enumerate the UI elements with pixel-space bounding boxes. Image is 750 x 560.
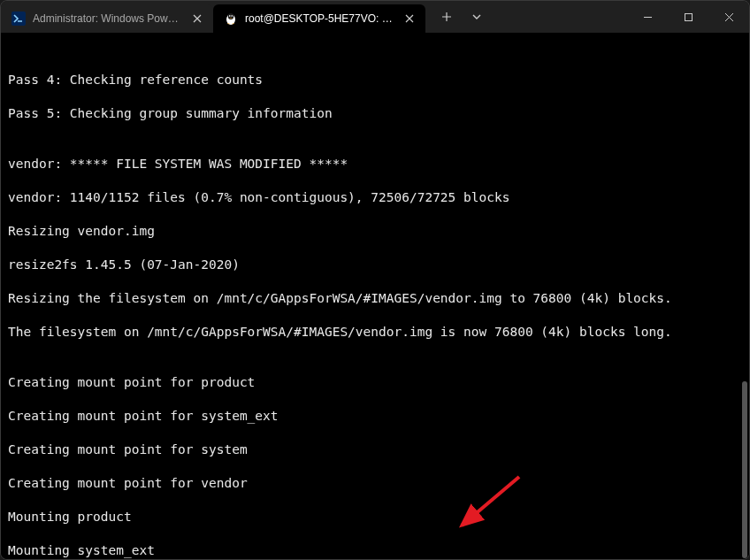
terminal-line: Pass 5: Checking group summary informati… — [8, 105, 742, 122]
svg-point-3 — [229, 15, 230, 17]
tabs-container: Administrator: Windows PowerS root@DESKT… — [1, 1, 425, 33]
terminal-output[interactable]: Pass 4: Checking reference counts Pass 5… — [1, 33, 749, 559]
terminal-line: vendor: ***** FILE SYSTEM WAS MODIFIED *… — [8, 156, 742, 173]
terminal-line: Resizing vendor.img — [8, 223, 742, 240]
terminal-line: Creating mount point for system — [8, 441, 742, 458]
tabbar-actions — [425, 4, 489, 29]
terminal-line: vendor: 1140/1152 files (0.7% non-contig… — [8, 189, 742, 206]
terminal-line: The filesystem on /mnt/c/GAppsForWSA/#IM… — [8, 324, 742, 341]
terminal-line: Pass 4: Checking reference counts — [8, 72, 742, 88]
close-button[interactable] — [708, 1, 749, 33]
svg-point-2 — [228, 13, 233, 19]
close-icon[interactable] — [190, 12, 204, 26]
svg-point-4 — [232, 15, 233, 17]
titlebar: Administrator: Windows PowerS root@DESKT… — [1, 1, 749, 33]
close-icon[interactable] — [402, 12, 417, 26]
terminal-line: Creating mount point for product — [8, 374, 742, 391]
terminal-line: Mounting product — [8, 509, 742, 525]
svg-rect-5 — [685, 13, 692, 20]
tab-powershell[interactable]: Administrator: Windows PowerS — [1, 4, 213, 33]
maximize-button[interactable] — [668, 1, 708, 33]
tab-label: root@DESKTOP-5HE77VO: /mn — [245, 12, 395, 25]
terminal-line: Mounting system_ext — [8, 542, 742, 559]
terminal-line: Creating mount point for system_ext — [8, 408, 742, 425]
tux-icon — [224, 12, 238, 26]
terminal-line: Resizing the filesystem on /mnt/c/GAppsF… — [8, 290, 742, 307]
tab-dropdown-button[interactable] — [464, 4, 489, 29]
minimize-button[interactable] — [627, 1, 668, 33]
tab-label: Administrator: Windows PowerS — [33, 12, 183, 25]
scrollbar[interactable] — [742, 381, 747, 558]
new-tab-button[interactable] — [434, 4, 459, 29]
terminal-line: Creating mount point for vendor — [8, 475, 742, 492]
window-controls — [627, 1, 749, 33]
terminal-line: resize2fs 1.45.5 (07-Jan-2020) — [8, 257, 742, 273]
tab-linux-root[interactable]: root@DESKTOP-5HE77VO: /mn — [213, 4, 425, 33]
powershell-icon — [11, 12, 26, 26]
